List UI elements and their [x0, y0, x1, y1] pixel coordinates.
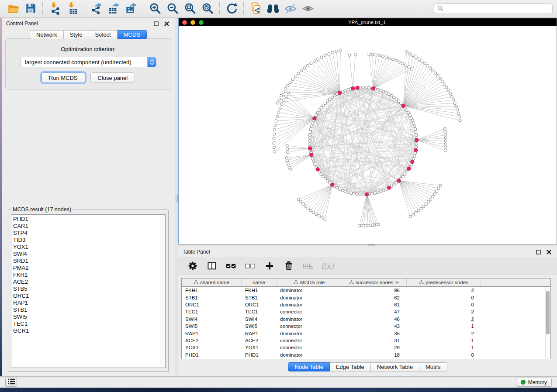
- table-cell[interactable]: 62: [342, 295, 407, 300]
- function-builder-button[interactable]: f(x): [321, 260, 334, 273]
- table-cell[interactable]: connector: [277, 338, 342, 343]
- close-mcds-panel-button[interactable]: Close panel: [90, 72, 135, 83]
- mcds-result-item[interactable]: TID3: [13, 237, 165, 244]
- table-row[interactable]: YOX1YOX1connector291: [182, 344, 550, 351]
- table-cell[interactable]: ORC1: [182, 302, 242, 307]
- table-row[interactable]: PHD1PHD1dominator180: [182, 351, 550, 358]
- table-cell[interactable]: SWI5: [242, 323, 277, 329]
- memory-button[interactable]: Memory: [516, 378, 552, 387]
- table-row[interactable]: TEC1TEC1connector472: [182, 308, 550, 315]
- table-cell[interactable]: 0: [407, 352, 481, 358]
- mcds-result-item[interactable]: SWI5: [13, 313, 165, 320]
- mcds-result-item[interactable]: ORC1: [13, 292, 165, 299]
- table-cell[interactable]: TEC1: [182, 309, 242, 314]
- close-table-panel-button[interactable]: [546, 249, 552, 255]
- tab-motifs[interactable]: Motifs: [419, 362, 447, 371]
- mcds-result-item[interactable]: FKH1: [13, 272, 165, 279]
- table-cell[interactable]: 1: [407, 323, 481, 329]
- tab-network-table[interactable]: Network Table: [371, 362, 419, 371]
- mcds-result-item[interactable]: ACE2: [13, 279, 165, 285]
- table-cell[interactable]: 0: [407, 295, 481, 300]
- table-scrollbar-thumb[interactable]: [546, 291, 550, 334]
- mcds-result-item[interactable]: SRD1: [13, 258, 165, 265]
- table-cell[interactable]: 2: [407, 331, 481, 336]
- table-cell[interactable]: 0: [407, 302, 481, 307]
- export-table-button[interactable]: [105, 1, 122, 16]
- column-header-successor-nodes[interactable]: successor nodes: [342, 279, 407, 286]
- clone-network-button[interactable]: [247, 1, 264, 16]
- zoom-out-button[interactable]: [164, 1, 181, 16]
- tab-edge-table[interactable]: Edge Table: [330, 362, 371, 371]
- table-row[interactable]: FKH1FKH1dominator962: [182, 287, 550, 294]
- table-cell[interactable]: dominator: [277, 352, 342, 358]
- table-cell[interactable]: ORC1: [242, 302, 277, 307]
- show-column-panel-button[interactable]: [205, 260, 218, 273]
- import-network-button[interactable]: [46, 1, 63, 16]
- table-cell[interactable]: dominator: [277, 316, 342, 322]
- create-column-button[interactable]: [263, 260, 276, 273]
- table-cell[interactable]: STB1: [182, 295, 242, 300]
- table-settings-button[interactable]: [186, 260, 199, 273]
- column-header-MCDS-role[interactable]: MCDS role: [277, 279, 342, 286]
- splitter-grip-h[interactable]: [368, 244, 375, 246]
- table-row[interactable]: SWI5SWI5connector431: [182, 323, 550, 330]
- table-cell[interactable]: 47: [342, 309, 407, 314]
- table-cell[interactable]: 2: [407, 309, 481, 314]
- table-cell[interactable]: STB1: [242, 295, 277, 300]
- table-cell[interactable]: connector: [277, 345, 342, 350]
- mcds-result-item[interactable]: STB1: [13, 306, 165, 313]
- delete-column-button[interactable]: [282, 260, 295, 273]
- mcds-list-scrollbar[interactable]: [160, 215, 165, 367]
- table-cell[interactable]: ACE2: [242, 338, 277, 343]
- table-cell[interactable]: SWI5: [182, 323, 242, 329]
- table-cell[interactable]: TEC1: [242, 309, 277, 314]
- mcds-result-item[interactable]: PHD1: [13, 216, 165, 223]
- table-cell[interactable]: 2: [407, 316, 481, 322]
- table-cell[interactable]: SWI4: [182, 316, 242, 322]
- tab-network[interactable]: Network: [30, 30, 64, 39]
- table-cell[interactable]: RAP1: [242, 331, 277, 336]
- zoom-in-button[interactable]: [146, 1, 164, 16]
- table-cell[interactable]: 61: [342, 302, 407, 307]
- tab-style[interactable]: Style: [64, 30, 89, 39]
- table-cell[interactable]: dominator: [277, 295, 342, 300]
- table-cell[interactable]: 2: [407, 288, 481, 293]
- table-cell[interactable]: YOX1: [182, 345, 242, 350]
- deselect-all-rows-button[interactable]: [244, 260, 257, 273]
- table-scrollbar[interactable]: [545, 287, 550, 358]
- table-cell[interactable]: PHD1: [182, 352, 242, 358]
- table-cell[interactable]: FKH1: [242, 288, 277, 293]
- column-header-name[interactable]: name: [242, 279, 277, 286]
- column-header-predecessor-nodes[interactable]: predecessor nodes: [407, 279, 481, 286]
- mcds-result-item[interactable]: RAP1: [13, 299, 165, 306]
- delete-table-button[interactable]: [301, 260, 315, 273]
- search-input[interactable]: [446, 6, 549, 12]
- table-row[interactable]: ORC1ORC1dominator610: [182, 301, 550, 308]
- close-panel-button[interactable]: [163, 21, 170, 27]
- vertical-splitter[interactable]: [175, 18, 178, 376]
- table-cell[interactable]: YOX1: [242, 345, 277, 350]
- table-cell[interactable]: 46: [342, 316, 407, 322]
- mcds-result-item[interactable]: GCR1: [13, 327, 165, 334]
- table-cell[interactable]: 18: [342, 352, 407, 358]
- task-history-button[interactable]: [5, 378, 17, 387]
- export-image-button[interactable]: [122, 1, 140, 16]
- table-cell[interactable]: 1: [407, 338, 481, 343]
- table-cell[interactable]: 1: [407, 345, 481, 350]
- search-network-button[interactable]: [264, 1, 282, 16]
- tab-select[interactable]: Select: [89, 30, 118, 39]
- hide-unselected-button[interactable]: [282, 1, 299, 16]
- mcds-result-item[interactable]: STP4: [13, 230, 165, 237]
- float-table-panel-button[interactable]: [535, 249, 541, 255]
- float-panel-button[interactable]: [153, 21, 159, 27]
- mcds-result-item[interactable]: YOX1: [13, 244, 165, 251]
- import-table-button[interactable]: [63, 1, 81, 16]
- zoom-fit-button[interactable]: [181, 1, 199, 16]
- table-cell[interactable]: FKH1: [182, 288, 242, 293]
- mcds-result-item[interactable]: TEC1: [13, 320, 165, 327]
- refresh-view-button[interactable]: [223, 1, 240, 16]
- table-cell[interactable]: dominator: [277, 288, 342, 293]
- mcds-result-item[interactable]: PMA2: [13, 265, 165, 272]
- table-cell[interactable]: 31: [342, 338, 407, 343]
- table-cell[interactable]: ACE2: [182, 338, 242, 343]
